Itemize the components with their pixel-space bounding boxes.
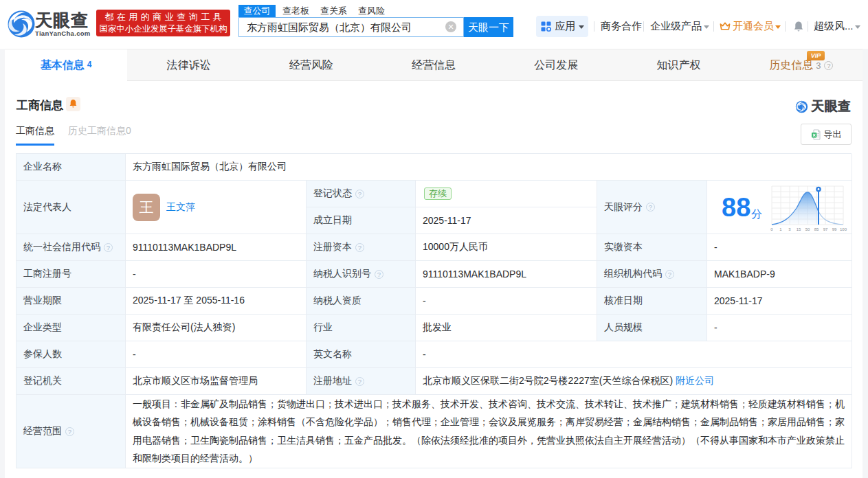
- svg-text:97: 97: [823, 227, 828, 231]
- svg-text:1: 1: [779, 227, 782, 231]
- svg-text:99: 99: [832, 227, 837, 231]
- svg-text:3: 3: [788, 227, 791, 231]
- svg-text:100: 100: [840, 227, 847, 231]
- svg-text:50: 50: [805, 227, 810, 231]
- svg-text:0: 0: [770, 227, 773, 231]
- svg-text:85: 85: [814, 227, 819, 231]
- svg-text:15: 15: [797, 227, 801, 231]
